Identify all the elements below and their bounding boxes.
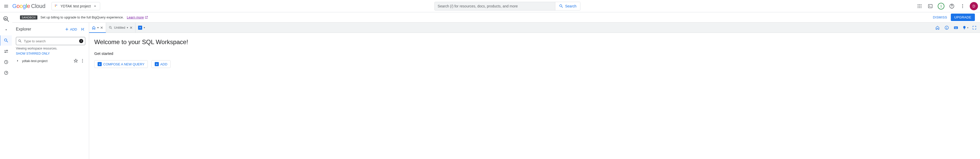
learn-more-link[interactable]: Learn more — [127, 15, 148, 19]
cloud-shell-button[interactable] — [925, 0, 935, 12]
svg-point-9 — [919, 6, 920, 6]
sandbox-badge: SANDBOX — [20, 15, 37, 19]
clock-icon — [3, 59, 9, 64]
resource-home-button[interactable] — [933, 24, 942, 32]
svg-text:?: ? — [81, 40, 82, 42]
external-link-icon — [145, 16, 148, 19]
search-help-button[interactable]: ? — [79, 39, 83, 43]
explorer-add-button[interactable]: ADD — [65, 27, 77, 32]
more-vert-icon — [960, 3, 965, 9]
question-icon: ? — [80, 40, 83, 42]
chevron-down-icon: ▾ — [97, 26, 99, 29]
banner-message: Set up billing to upgrade to the full Bi… — [40, 15, 124, 19]
rail-sql-workspace[interactable] — [0, 35, 12, 46]
add-resource-button[interactable]: + ADD — [151, 60, 170, 68]
dot-icon — [5, 29, 7, 31]
google-cloud-logo[interactable]: Google Cloud — [12, 3, 45, 10]
untitled-tab-label: Untitled — [114, 26, 125, 29]
search-box: Search — [434, 2, 581, 11]
project-tree-row[interactable]: ydtak-test-project — [16, 57, 85, 64]
svg-rect-35 — [955, 27, 956, 27]
welcome-actions: + COMPOSE A NEW QUERY + ADD — [94, 60, 975, 68]
cloud-word: Cloud — [31, 3, 45, 10]
editor-area: ▾ ✕ Untitled ▾ ✕ + ▾ — [89, 22, 980, 159]
project-row-label: ydtak-test-project — [22, 59, 70, 63]
project-picker[interactable]: YDTAK test project — [51, 2, 100, 10]
keyboard-icon — [953, 25, 958, 30]
user-avatar[interactable]: D — [970, 2, 978, 10]
search-button-label: Search — [565, 4, 576, 8]
add-tab-button[interactable]: + ▾ — [135, 22, 148, 32]
home-tab[interactable]: ▾ ✕ — [89, 22, 106, 32]
apps-button[interactable] — [915, 0, 925, 12]
dismiss-button[interactable]: DISMISS — [933, 15, 947, 19]
explorer-panel: Explorer ADD — [12, 22, 89, 159]
workspace-row: Explorer ADD — [12, 22, 980, 159]
close-tab-button[interactable]: ✕ — [100, 26, 103, 30]
home-icon — [935, 26, 940, 30]
search-input[interactable] — [435, 2, 555, 10]
home-icon — [92, 26, 96, 30]
tree-caret[interactable] — [16, 59, 19, 62]
svg-point-16 — [951, 7, 952, 7]
explorer-hint: Viewing workspace resources. — [16, 47, 85, 50]
top-header: Google Cloud YDTAK test project Search 1 — [0, 0, 980, 12]
svg-point-28 — [82, 59, 83, 60]
rail-scheduled-queries[interactable] — [1, 57, 11, 67]
svg-point-23 — [5, 52, 6, 53]
learn-more-label: Learn more — [127, 15, 144, 19]
compose-query-button[interactable]: + COMPOSE A NEW QUERY — [94, 60, 148, 68]
rail-data-transfers[interactable] — [1, 46, 11, 56]
explorer-search-field: ? — [16, 37, 85, 45]
svg-rect-36 — [956, 27, 957, 27]
star-icon — [73, 58, 78, 63]
plus-icon: + — [138, 26, 142, 30]
explorer-search-input[interactable] — [16, 37, 85, 45]
rail-capacity[interactable] — [1, 68, 11, 78]
notifications-button[interactable]: 1 — [936, 0, 946, 12]
show-starred-link[interactable]: SHOW STARRED ONLY — [16, 52, 85, 55]
collapse-icon — [80, 27, 85, 32]
notification-count: 1 — [938, 3, 944, 10]
svg-point-29 — [82, 61, 83, 61]
svg-rect-34 — [955, 27, 955, 27]
banner-actions: DISMISS UPGRADE — [933, 14, 975, 21]
svg-point-13 — [921, 7, 921, 8]
info-button[interactable] — [943, 24, 951, 32]
shortcuts-button[interactable] — [952, 24, 960, 32]
add-resource-label: ADD — [160, 62, 167, 66]
rail-dot[interactable] — [1, 25, 11, 35]
fullscreen-icon — [972, 26, 977, 30]
explorer-header: Explorer ADD — [12, 22, 89, 36]
svg-point-17 — [962, 4, 963, 5]
features-button[interactable]: ▾ — [961, 24, 969, 32]
plus-icon — [65, 27, 69, 32]
hamburger-menu-button[interactable] — [0, 0, 12, 12]
sliders-icon — [3, 49, 9, 54]
explorer-add-label: ADD — [70, 27, 77, 31]
svg-rect-14 — [929, 4, 932, 8]
lightbulb-icon — [962, 26, 967, 30]
rail-bigquery[interactable] — [0, 14, 12, 24]
chevron-down-icon: ▾ — [127, 26, 128, 29]
help-button[interactable] — [947, 0, 957, 12]
query-icon — [108, 26, 113, 29]
close-tab-button[interactable]: ✕ — [130, 26, 133, 30]
more-vert-icon — [80, 58, 85, 63]
row-more-button[interactable] — [80, 58, 85, 63]
search-button[interactable]: Search — [555, 2, 580, 10]
svg-point-11 — [918, 7, 918, 8]
tree-actions — [73, 58, 85, 63]
more-button[interactable] — [958, 0, 968, 12]
header-right-actions: 1 D — [915, 0, 978, 12]
upgrade-button[interactable]: UPGRADE — [951, 14, 975, 21]
chevron-down-icon: ▾ — [967, 26, 969, 29]
star-button[interactable] — [73, 58, 79, 63]
chevron-down-icon — [93, 4, 97, 8]
collapse-explorer-button[interactable] — [79, 25, 87, 33]
svg-point-22 — [6, 50, 7, 51]
hamburger-icon — [3, 3, 9, 9]
untitled-tab[interactable]: Untitled ▾ ✕ — [106, 22, 135, 32]
search-container: Search — [100, 2, 915, 11]
fullscreen-button[interactable] — [970, 24, 978, 32]
